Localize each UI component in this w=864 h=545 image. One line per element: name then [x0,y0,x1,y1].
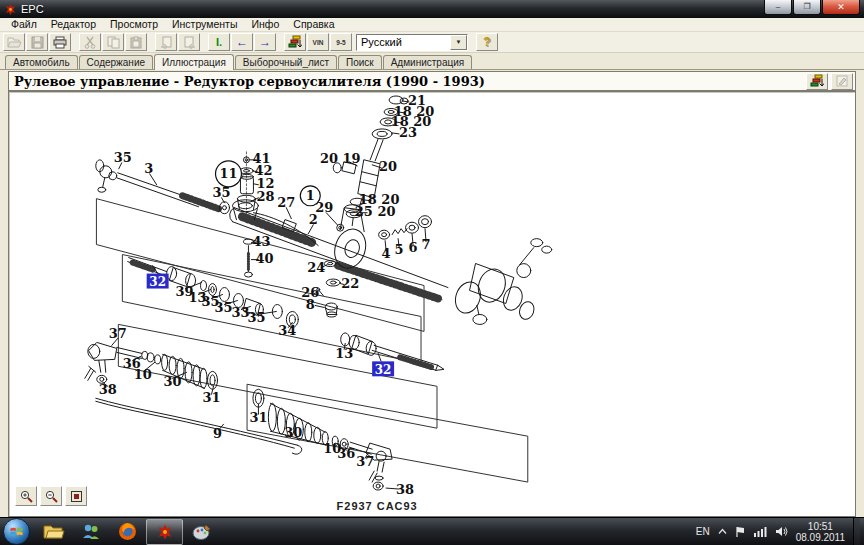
speaker-icon[interactable] [775,526,788,537]
messenger-icon [81,523,101,541]
clock[interactable]: 10:51 08.09.2011 [796,521,845,543]
open-button[interactable] [3,33,25,51]
part-number-label: 10 [134,367,152,382]
copy-button[interactable] [102,33,124,51]
tab-illustration[interactable]: Иллюстрация [154,54,234,70]
part-number-label: 25 20 [355,204,396,219]
zoom-controls [15,486,87,506]
menu-edit[interactable]: Редактор [44,18,103,31]
part-number-label: 6 [409,240,418,255]
print-button[interactable] [49,33,71,51]
title-bar: EPC – ❐ ✕ [0,0,864,18]
menu-help[interactable]: Справка [286,18,341,31]
taskbar-explorer-button[interactable] [35,518,72,545]
part-number-label: 4 [382,246,391,261]
menu-file[interactable]: Файл [4,18,44,31]
taskbar: EN 10:51 08.09.2011 [0,517,864,545]
tray-expand-icon[interactable] [718,528,727,535]
floppy-icon [31,36,44,49]
section-header: Рулевое управление - Редуктор сервоусили… [8,71,856,91]
illustration-panel: 2118 2018 202320 192018 2025 20414212282… [8,91,856,517]
part-number-label: 38 [99,382,117,397]
filter-icon [288,35,302,49]
page-import-icon [160,36,173,49]
export-button[interactable] [178,33,200,51]
tab-contents[interactable]: Содержание [79,55,153,69]
action-center-flag-icon[interactable] [735,526,746,538]
part-number-label: 35 [212,185,230,200]
highlighted-part-number-label: 32 [375,363,392,377]
model-button[interactable]: 9-5 [330,33,352,51]
epc-logo-icon [4,3,17,16]
clock-time: 10:51 [796,521,845,532]
import-button[interactable] [155,33,177,51]
tab-administration[interactable]: Администрация [383,55,473,69]
windows-flag-icon [10,525,23,538]
part-number-label: 13 [335,346,353,361]
header-edit-button[interactable] [831,73,853,90]
taskbar-epc-button[interactable] [146,519,183,545]
tab-parts-list[interactable]: Выборочный_лист [235,55,337,69]
cut-button[interactable] [79,33,101,51]
part-number-label: 35 [214,300,232,315]
pencil-icon [836,75,848,87]
help-button[interactable]: ? [476,33,498,51]
run-icon: I. [216,36,222,48]
part-number-label: 35 [114,150,132,165]
part-number-label: 31 [249,410,267,425]
part-number-label: 28 [256,189,274,204]
menu-bar: Файл Редактор Просмотр Инструменты Инфо … [0,18,864,32]
start-button[interactable] [3,518,30,545]
language-value: Русский [361,36,402,48]
taskbar-messenger-button[interactable] [72,518,109,545]
explorer-folder-icon [43,523,65,540]
network-signal-icon[interactable] [754,526,767,537]
taskbar-paint-button[interactable] [183,518,220,545]
tab-search[interactable]: Поиск [338,55,382,69]
system-tray: EN 10:51 08.09.2011 [696,518,864,545]
copy-icon [107,36,120,49]
part-number-label: 9 [213,426,222,441]
fit-view-button[interactable] [65,486,87,506]
back-button[interactable]: ← [231,33,253,51]
minimize-button[interactable]: – [764,0,792,15]
part-number-label: 24 [307,260,325,275]
save-button[interactable] [26,33,48,51]
language-indicator[interactable]: EN [696,526,710,537]
paste-button[interactable] [125,33,147,51]
fit-view-icon [70,490,83,503]
vin-icon: VIN [313,39,324,46]
close-button[interactable]: ✕ [822,0,860,15]
window-title: EPC [21,3,44,15]
menu-tools[interactable]: Инструменты [165,18,244,31]
menu-view[interactable]: Просмотр [103,18,165,31]
part-number-label: 3 [144,161,153,176]
tab-vehicle[interactable]: Автомобиль [5,55,78,69]
diagram-canvas[interactable]: 2118 2018 202320 192018 2025 20414212282… [9,92,855,516]
forward-button[interactable]: → [254,33,276,51]
zoom-in-button[interactable] [15,486,37,506]
header-filter-button[interactable] [806,73,828,90]
part-number-label: 31 [203,390,221,405]
illustration-filter-button[interactable] [284,33,306,51]
menu-info[interactable]: Инфо [244,18,286,31]
zoom-out-button[interactable] [40,486,62,506]
tab-strip: Автомобиль Содержание Иллюстрация Выборо… [0,53,864,70]
circled-group-number-label: 11 [219,166,237,181]
forward-arrow-icon: → [259,36,271,48]
part-number-label: 2 [309,212,318,227]
chevron-down-icon[interactable]: ▼ [450,35,467,50]
part-number-label: 30 [284,425,302,440]
part-number-label: 5 [395,242,404,257]
part-number-label: 23 [399,125,417,140]
run-button[interactable]: I. [208,33,230,51]
language-select[interactable]: Русский ▼ [356,34,468,51]
part-number-label: 8 [306,297,315,312]
part-number-label: 37 [109,326,127,341]
part-number-labels: 2118 2018 202320 192018 2025 20414212282… [99,93,435,496]
taskbar-firefox-button[interactable] [109,518,146,545]
maximize-button[interactable]: ❐ [793,0,821,15]
part-number-label: 38 [396,482,414,497]
vin-button[interactable]: VIN [307,33,329,51]
show-desktop-button[interactable] [853,518,860,545]
